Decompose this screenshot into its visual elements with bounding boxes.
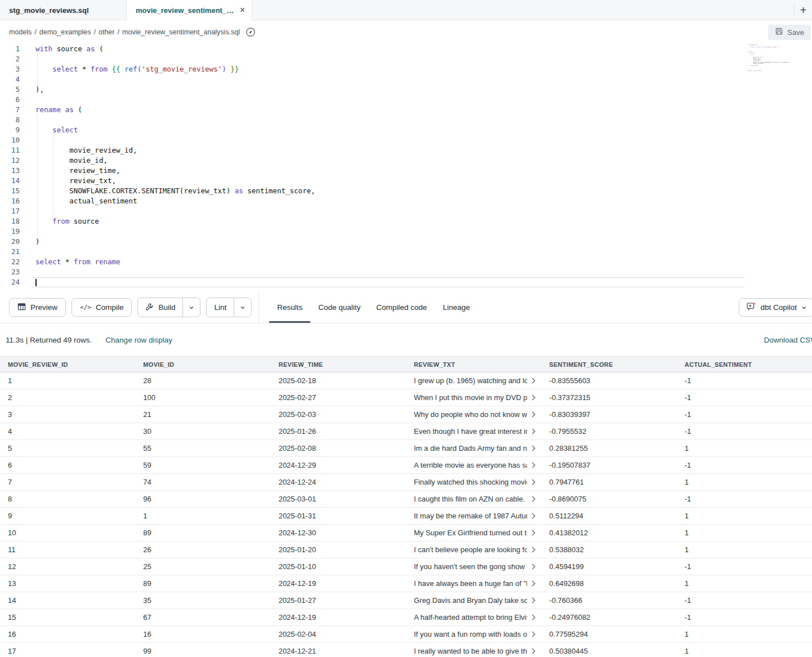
cell-sentiment-score: -0.83039397 xyxy=(541,410,676,419)
expand-chevron-icon[interactable] xyxy=(530,598,536,603)
cell-actual-sentiment: -1 xyxy=(677,613,812,622)
column-header-review-txt: REVIEW_TXT xyxy=(406,361,541,368)
lint-button[interactable]: Lint xyxy=(207,298,234,317)
cell-review-txt: A half-hearted attempt to bring Elvis P… xyxy=(406,613,541,622)
cell-movie-review-id: 2 xyxy=(0,393,135,402)
table-row[interactable]: 1282025-02-18I grew up (b. 1965) watchin… xyxy=(0,372,812,389)
chevron-down-icon xyxy=(189,305,194,310)
code-line: 17 xyxy=(0,206,812,216)
code-icon: </> xyxy=(80,304,91,311)
expand-chevron-icon[interactable] xyxy=(530,632,536,637)
lint-dropdown-button[interactable] xyxy=(234,298,251,317)
line-number: 19 xyxy=(0,227,20,237)
cell-actual-sentiment: -1 xyxy=(677,596,812,605)
tab-compiled-code[interactable]: Compiled code xyxy=(368,292,435,323)
expand-chevron-icon[interactable] xyxy=(530,480,536,485)
table-row[interactable]: 3212025-02-03Why do people who do not kn… xyxy=(0,406,812,423)
table-row[interactable]: 12252025-01-10If you haven't seen the go… xyxy=(0,558,812,575)
table-row[interactable]: 11262025-01-20I can't believe people are… xyxy=(0,541,812,558)
table-row[interactable]: 21002025-02-27When I put this movie in m… xyxy=(0,389,812,406)
expand-chevron-icon[interactable] xyxy=(530,649,536,654)
line-number: 16 xyxy=(0,196,20,206)
cell-sentiment-score: 0.5388032 xyxy=(541,545,676,554)
expand-chevron-icon[interactable] xyxy=(530,581,536,587)
table-row[interactable]: 17992024-12-21I really wanted to be able… xyxy=(0,643,812,657)
indent-guide xyxy=(53,135,53,216)
cell-movie-review-id: 7 xyxy=(0,478,135,486)
minimap[interactable]: with source as ( select * from {{ ref('s… xyxy=(748,44,789,79)
close-icon[interactable]: × xyxy=(240,6,245,15)
cell-movie-id: 21 xyxy=(135,410,270,419)
table-row[interactable]: 6592024-12-29A terrible movie as everyon… xyxy=(0,457,812,474)
review-text: If you want a fun romp with loads of s… xyxy=(414,630,527,638)
cell-review-txt: My Super Ex Girlfriend turned out to b… xyxy=(406,529,541,537)
breadcrumb-separator: / xyxy=(117,28,119,36)
expand-chevron-icon[interactable] xyxy=(530,564,536,570)
expand-chevron-icon[interactable] xyxy=(530,615,536,620)
breadcrumb-segment: demo_examples xyxy=(39,28,91,36)
line-number: 18 xyxy=(0,216,20,227)
cell-actual-sentiment: -1 xyxy=(677,393,812,402)
cell-review-txt: I grew up (b. 1965) watching and lovin… xyxy=(406,376,541,385)
expand-chevron-icon[interactable] xyxy=(530,412,536,418)
tab-lineage[interactable]: Lineage xyxy=(435,292,478,323)
code-line: 6 xyxy=(0,95,812,105)
cell-review-txt: Even though I have great interest in Bi… xyxy=(406,427,541,436)
tab-code-quality[interactable]: Code quality xyxy=(310,292,368,323)
table-row[interactable]: 912025-01-31It may be the remake of 1987… xyxy=(0,508,812,525)
compass-icon[interactable] xyxy=(246,27,256,37)
tab-results[interactable]: Results xyxy=(269,292,310,323)
indent-guide xyxy=(37,54,38,85)
expand-chevron-icon[interactable] xyxy=(530,513,536,519)
table-row[interactable]: 4302025-01-26Even though I have great in… xyxy=(0,423,812,440)
table-row[interactable]: 16162025-02-04If you want a fun romp wit… xyxy=(0,626,812,643)
table-row[interactable]: 13892024-12-19I have always been a huge … xyxy=(0,575,812,592)
build-dropdown-button[interactable] xyxy=(182,298,200,317)
cell-actual-sentiment: 1 xyxy=(677,512,812,520)
change-row-display-link[interactable]: Change row display xyxy=(105,336,172,344)
tab-stg-movie-reviews[interactable]: stg_movie_reviews.sql xyxy=(0,0,126,20)
expand-chevron-icon[interactable] xyxy=(530,496,536,502)
cell-actual-sentiment: -1 xyxy=(677,376,812,385)
cell-review-time: 2025-02-08 xyxy=(271,444,406,452)
cell-movie-id: 35 xyxy=(135,596,270,605)
table-row[interactable]: 15672024-12-19A half-hearted attempt to … xyxy=(0,609,812,626)
expand-chevron-icon[interactable] xyxy=(530,429,536,434)
line-number: 2 xyxy=(0,54,20,64)
tab-compiled-code-label: Compiled code xyxy=(376,303,427,312)
table-row[interactable]: 7742024-12-24Finally watched this shocki… xyxy=(0,474,812,491)
compile-button[interactable]: </> Compile xyxy=(72,298,132,317)
expand-chevron-icon[interactable] xyxy=(530,463,536,468)
cell-review-txt: Finally watched this shocking movie la… xyxy=(406,478,541,486)
expand-chevron-icon[interactable] xyxy=(530,378,536,384)
expand-chevron-icon[interactable] xyxy=(530,547,536,553)
expand-chevron-icon[interactable] xyxy=(530,446,536,451)
line-number: 23 xyxy=(0,267,20,277)
dbt-copilot-button[interactable]: dbt Copilot xyxy=(739,298,812,317)
new-tab-button[interactable]: + xyxy=(795,0,812,20)
tab-movie-review-sentiment[interactable]: movie_review_sentiment_… × xyxy=(126,0,252,20)
table-row[interactable]: 10892024-12-30My Super Ex Girlfriend tur… xyxy=(0,525,812,541)
review-text: I have always been a huge fan of "Hom… xyxy=(414,579,527,588)
cell-review-time: 2025-02-18 xyxy=(271,376,406,385)
expand-chevron-icon[interactable] xyxy=(530,395,536,401)
table-row[interactable]: 14352025-01-27Greg Davis and Bryan Daly … xyxy=(0,592,812,609)
results-table: MOVIE_REVIEW_IDMOVIE_IDREVIEW_TIMEREVIEW… xyxy=(0,356,812,657)
preview-button[interactable]: Preview xyxy=(9,298,66,317)
cell-movie-review-id: 13 xyxy=(0,579,135,588)
cell-movie-review-id: 11 xyxy=(0,545,135,554)
table-row[interactable]: 5552025-02-08Im a die hard Dads Army fan… xyxy=(0,440,812,457)
cell-movie-id: 30 xyxy=(135,427,270,436)
save-button[interactable]: Save xyxy=(768,25,811,40)
download-csv-link[interactable]: Download CSV xyxy=(764,336,812,344)
line-number: 8 xyxy=(0,115,20,125)
build-button[interactable]: Build xyxy=(138,298,182,317)
code-editor[interactable]: 1with source as (23 select * from {{ ref… xyxy=(0,44,812,292)
cell-sentiment-score: 0.77595294 xyxy=(541,630,676,638)
code-line: 22select * from rename xyxy=(0,257,812,267)
table-row[interactable]: 8962025-03-01I caught this film on AZN o… xyxy=(0,491,812,508)
expand-chevron-icon[interactable] xyxy=(530,530,536,536)
lint-label: Lint xyxy=(214,303,226,312)
copilot-label: dbt Copilot xyxy=(760,303,797,312)
cell-sentiment-score: 0.28381255 xyxy=(541,444,676,452)
